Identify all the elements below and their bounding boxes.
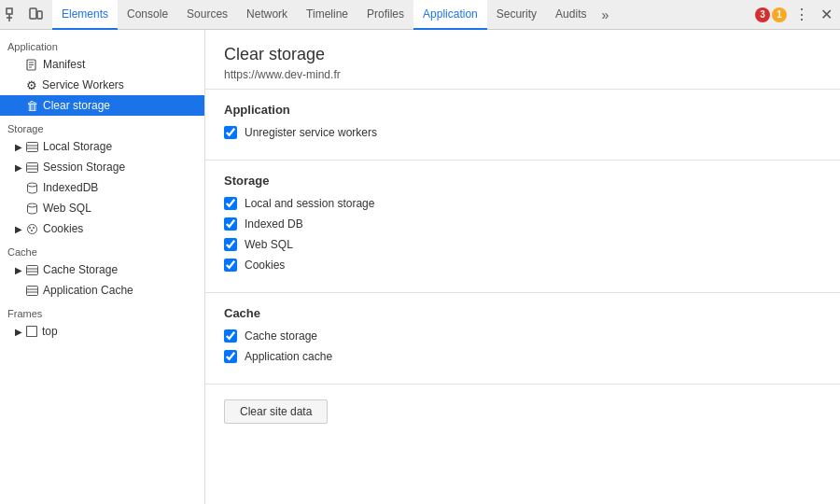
content-header: Clear storage https://www.dev-mind.fr (205, 30, 840, 90)
cookies-label: Cookies (245, 259, 285, 272)
sidebar-item-manifest[interactable]: Manifest (0, 54, 204, 75)
tab-bar: Elements Console Sources Network Timelin… (0, 0, 840, 30)
svg-rect-9 (27, 142, 38, 151)
tab-audits[interactable]: Audits (546, 0, 595, 30)
cache-section-title: Cache (224, 306, 821, 320)
sidebar-section-storage: Storage (0, 116, 204, 136)
svg-rect-4 (37, 11, 42, 19)
warn-badge: 1 (772, 7, 787, 22)
sidebar-item-cache-storage[interactable]: ▶ Cache Storage (0, 259, 204, 280)
svg-rect-0 (7, 8, 12, 14)
application-section-title: Application (224, 103, 821, 117)
expand-local-storage-arrow: ▶ (15, 142, 22, 152)
sidebar-section-frames: Frames (0, 301, 204, 321)
main-content: Application Manifest ⚙ Service Workers 🗑… (0, 30, 840, 504)
svg-point-15 (28, 183, 37, 187)
manifest-icon (26, 59, 38, 71)
cache-storage-label: Cache storage (245, 329, 317, 343)
expand-cache-storage-arrow: ▶ (15, 265, 22, 275)
storage-section: Storage Local and session storage Indexe… (205, 161, 840, 293)
cache-storage-row: Cache storage (224, 329, 821, 343)
svg-point-18 (29, 227, 31, 229)
sidebar: Application Manifest ⚙ Service Workers 🗑… (0, 30, 205, 504)
tab-console[interactable]: Console (118, 0, 177, 30)
local-storage-icon (26, 141, 38, 153)
sidebar-cache-storage-label: Cache Storage (43, 263, 118, 276)
more-tabs-icon[interactable]: » (597, 7, 612, 22)
error-badge-group: 3 1 (755, 7, 787, 22)
svg-rect-21 (27, 265, 38, 274)
content-url: https://www.dev-mind.fr (224, 68, 821, 81)
close-devtools-button[interactable]: ✕ (817, 6, 836, 23)
tab-timeline[interactable]: Timeline (297, 0, 357, 30)
app-cache-checkbox[interactable] (224, 350, 237, 363)
svg-rect-27 (27, 327, 37, 337)
cache-storage-icon (26, 264, 38, 276)
menu-dots-icon[interactable]: ⋮ (791, 6, 813, 23)
sidebar-item-cookies[interactable]: ▶ Cookies (0, 218, 204, 239)
svg-point-16 (28, 203, 37, 207)
sidebar-item-app-cache[interactable]: Application Cache (0, 280, 204, 301)
app-cache-row: Application cache (224, 350, 821, 363)
indexeddb-icon (26, 182, 38, 194)
app-cache-label: Application cache (245, 350, 332, 363)
service-workers-icon: ⚙ (26, 78, 37, 92)
cookies-row: Cookies (224, 259, 821, 272)
local-session-row: Local and session storage (224, 197, 821, 210)
sidebar-item-clear-storage[interactable]: 🗑 Clear storage (0, 95, 204, 116)
expand-cookies-arrow: ▶ (15, 224, 22, 234)
devtools-icons (4, 6, 45, 24)
sidebar-local-storage-label: Local Storage (43, 140, 112, 153)
error-badge: 3 (755, 7, 770, 22)
device-icon[interactable] (26, 6, 45, 24)
tab-network[interactable]: Network (237, 0, 297, 30)
local-session-checkbox[interactable] (224, 197, 237, 210)
cache-storage-checkbox[interactable] (224, 329, 237, 343)
tab-sources[interactable]: Sources (177, 0, 237, 30)
tab-elements[interactable]: Elements (52, 0, 118, 30)
sidebar-item-indexeddb[interactable]: IndexedDB (0, 177, 204, 198)
svg-point-20 (31, 230, 33, 231)
expand-session-storage-arrow: ▶ (15, 162, 22, 173)
indexed-db-row: Indexed DB (224, 217, 821, 231)
tab-end-controls: 3 1 ⋮ ✕ (755, 6, 836, 23)
cookies-checkbox[interactable] (224, 259, 237, 272)
cache-section: Cache Cache storage Application cache (205, 293, 840, 385)
sidebar-websql-label: Web SQL (43, 202, 91, 215)
indexed-db-label: Indexed DB (245, 217, 303, 231)
sidebar-item-websql[interactable]: Web SQL (0, 198, 204, 218)
unregister-sw-row: Unregister service workers (224, 126, 821, 139)
unregister-sw-checkbox[interactable] (224, 126, 237, 139)
clear-site-data-button[interactable]: Clear site data (224, 399, 328, 424)
svg-point-17 (28, 224, 37, 233)
tab-profiles[interactable]: Profiles (357, 0, 413, 30)
web-sql-checkbox[interactable] (224, 238, 237, 251)
local-session-label: Local and session storage (245, 197, 374, 210)
content-panel: Clear storage https://www.dev-mind.fr Ap… (205, 30, 840, 504)
content-title: Clear storage (224, 45, 821, 64)
svg-rect-24 (27, 286, 38, 295)
web-sql-label: Web SQL (245, 238, 293, 251)
tab-application[interactable]: Application (413, 0, 487, 30)
svg-point-19 (33, 227, 35, 229)
tab-security[interactable]: Security (487, 0, 546, 30)
sidebar-clear-storage-label: Clear storage (43, 99, 110, 112)
cookies-icon (26, 223, 38, 235)
inspect-icon[interactable] (4, 6, 22, 24)
web-sql-row: Web SQL (224, 238, 821, 251)
sidebar-cookies-label: Cookies (43, 222, 83, 235)
sidebar-item-local-storage[interactable]: ▶ Local Storage (0, 136, 204, 157)
unregister-sw-label: Unregister service workers (245, 126, 377, 139)
sidebar-item-frames-top[interactable]: ▶ top (0, 321, 204, 342)
svg-rect-12 (27, 162, 38, 172)
websql-icon (26, 203, 38, 215)
indexed-db-checkbox[interactable] (224, 217, 237, 231)
clear-storage-icon: 🗑 (26, 99, 38, 113)
sidebar-indexeddb-label: IndexedDB (43, 181, 98, 194)
sidebar-item-service-workers[interactable]: ⚙ Service Workers (0, 75, 204, 95)
sidebar-session-storage-label: Session Storage (43, 161, 125, 174)
sidebar-manifest-label: Manifest (43, 58, 85, 71)
application-section: Application Unregister service workers (205, 90, 840, 161)
sidebar-section-application: Application (0, 34, 204, 54)
sidebar-item-session-storage[interactable]: ▶ Session Storage (0, 157, 204, 177)
